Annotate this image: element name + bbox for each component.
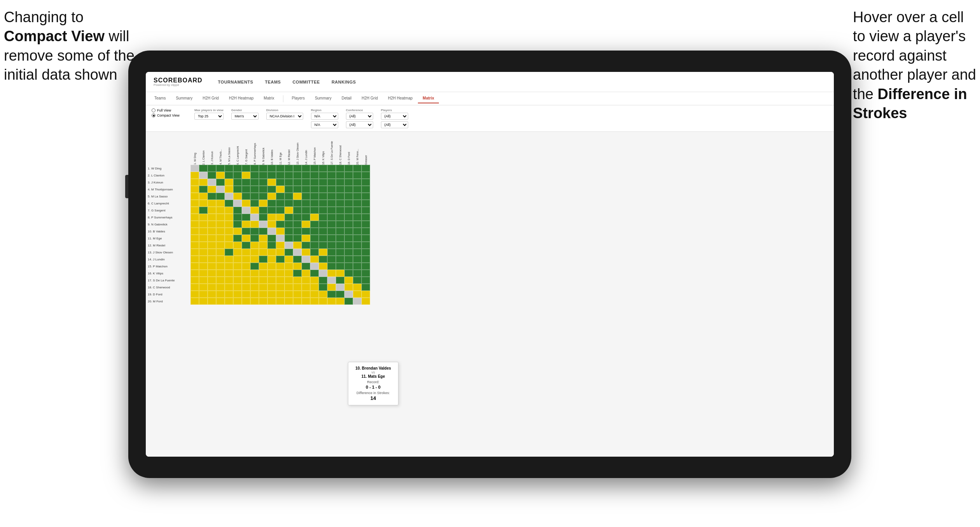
cell-4-13[interactable] bbox=[293, 186, 302, 193]
cell-18-17[interactable] bbox=[327, 284, 336, 291]
cell-11-18[interactable] bbox=[336, 235, 344, 242]
cell-1-1[interactable] bbox=[190, 165, 199, 172]
cell-4-18[interactable] bbox=[336, 186, 344, 193]
cell-7-19[interactable] bbox=[344, 207, 353, 214]
cell-8-12[interactable] bbox=[285, 214, 293, 221]
cell-10-4[interactable] bbox=[216, 228, 225, 235]
cell-5-13[interactable] bbox=[293, 193, 302, 200]
cell-5-19[interactable] bbox=[344, 193, 353, 200]
cell-14-7[interactable] bbox=[242, 256, 250, 263]
cell-6-15[interactable] bbox=[310, 200, 319, 207]
cell-11-14[interactable] bbox=[302, 235, 310, 242]
cell-13-4[interactable] bbox=[216, 249, 225, 256]
cell-8-20[interactable] bbox=[353, 214, 362, 221]
cell-16-15[interactable] bbox=[310, 270, 319, 277]
tab-detail[interactable]: Detail bbox=[337, 94, 356, 103]
cell-13-20[interactable] bbox=[353, 249, 362, 256]
cell-20-21[interactable] bbox=[362, 298, 370, 305]
cell-17-14[interactable] bbox=[302, 277, 310, 284]
cell-10-7[interactable] bbox=[242, 228, 250, 235]
cell-19-20[interactable] bbox=[353, 291, 362, 298]
cell-2-4[interactable] bbox=[216, 172, 225, 179]
cell-20-5[interactable] bbox=[225, 298, 233, 305]
cell-9-5[interactable] bbox=[225, 221, 233, 228]
cell-10-15[interactable] bbox=[310, 228, 319, 235]
cell-7-20[interactable] bbox=[353, 207, 362, 214]
cell-5-20[interactable] bbox=[353, 193, 362, 200]
matrix-area[interactable]: 1. W Ding 2. L Clanton 3. J Koivun 4. M … bbox=[146, 132, 834, 457]
cell-4-6[interactable] bbox=[233, 186, 242, 193]
nav-teams[interactable]: TEAMS bbox=[265, 80, 281, 84]
cell-2-18[interactable] bbox=[336, 172, 344, 179]
cell-17-5[interactable] bbox=[225, 277, 233, 284]
cell-5-9[interactable] bbox=[259, 193, 267, 200]
cell-14-16[interactable] bbox=[319, 256, 327, 263]
cell-2-1[interactable] bbox=[190, 172, 199, 179]
cell-1-9[interactable] bbox=[259, 165, 267, 172]
cell-17-12[interactable] bbox=[285, 277, 293, 284]
cell-10-19[interactable] bbox=[344, 228, 353, 235]
cell-5-3[interactable] bbox=[208, 193, 216, 200]
cell-10-14[interactable] bbox=[302, 228, 310, 235]
cell-13-3[interactable] bbox=[208, 249, 216, 256]
cell-1-19[interactable] bbox=[344, 165, 353, 172]
cell-12-9[interactable] bbox=[259, 242, 267, 249]
cell-12-17[interactable] bbox=[327, 242, 336, 249]
nav-rankings[interactable]: RANKINGS bbox=[332, 80, 356, 84]
cell-19-8[interactable] bbox=[250, 291, 259, 298]
cell-13-21[interactable] bbox=[362, 249, 370, 256]
cell-13-1[interactable] bbox=[190, 249, 199, 256]
cell-19-18[interactable] bbox=[336, 291, 344, 298]
cell-17-1[interactable] bbox=[190, 277, 199, 284]
cell-19-10[interactable] bbox=[267, 291, 276, 298]
cell-15-20[interactable] bbox=[353, 263, 362, 270]
cell-12-11[interactable] bbox=[276, 242, 285, 249]
cell-5-5[interactable] bbox=[225, 193, 233, 200]
cell-18-16[interactable] bbox=[319, 284, 327, 291]
cell-17-16[interactable] bbox=[319, 277, 327, 284]
cell-3-3[interactable] bbox=[208, 179, 216, 186]
cell-17-19[interactable] bbox=[344, 277, 353, 284]
cell-16-8[interactable] bbox=[250, 270, 259, 277]
cell-2-10[interactable] bbox=[267, 172, 276, 179]
cell-14-15[interactable] bbox=[310, 256, 319, 263]
cell-2-6[interactable] bbox=[233, 172, 242, 179]
cell-18-10[interactable] bbox=[267, 284, 276, 291]
tab-h2h-grid-inner[interactable]: H2H Grid bbox=[357, 94, 383, 103]
cell-17-20[interactable] bbox=[353, 277, 362, 284]
cell-13-5[interactable] bbox=[225, 249, 233, 256]
cell-1-15[interactable] bbox=[310, 165, 319, 172]
cell-4-3[interactable] bbox=[208, 186, 216, 193]
cell-7-17[interactable] bbox=[327, 207, 336, 214]
cell-1-8[interactable] bbox=[250, 165, 259, 172]
cell-11-5[interactable] bbox=[225, 235, 233, 242]
cell-6-20[interactable] bbox=[353, 200, 362, 207]
cell-6-11[interactable] bbox=[276, 200, 285, 207]
cell-19-15[interactable] bbox=[310, 291, 319, 298]
cell-3-12[interactable] bbox=[285, 179, 293, 186]
cell-3-7[interactable] bbox=[242, 179, 250, 186]
cell-4-20[interactable] bbox=[353, 186, 362, 193]
cell-11-17[interactable] bbox=[327, 235, 336, 242]
cell-6-19[interactable] bbox=[344, 200, 353, 207]
cell-15-8[interactable] bbox=[250, 263, 259, 270]
cell-15-9[interactable] bbox=[259, 263, 267, 270]
cell-6-8[interactable] bbox=[250, 200, 259, 207]
cell-6-13[interactable] bbox=[293, 200, 302, 207]
cell-2-8[interactable] bbox=[250, 172, 259, 179]
cell-13-16[interactable] bbox=[319, 249, 327, 256]
cell-7-4[interactable] bbox=[216, 207, 225, 214]
tab-h2h-grid[interactable]: H2H Grid bbox=[198, 94, 224, 103]
cell-9-4[interactable] bbox=[216, 221, 225, 228]
filter-division-select[interactable]: NCAA Division I bbox=[266, 113, 303, 120]
cell-6-12[interactable] bbox=[285, 200, 293, 207]
cell-16-3[interactable] bbox=[208, 270, 216, 277]
cell-4-14[interactable] bbox=[302, 186, 310, 193]
tab-summary[interactable]: Summary bbox=[171, 94, 197, 103]
cell-17-17[interactable] bbox=[327, 277, 336, 284]
cell-8-5[interactable] bbox=[225, 214, 233, 221]
cell-3-11[interactable] bbox=[276, 179, 285, 186]
cell-5-11[interactable] bbox=[276, 193, 285, 200]
cell-3-18[interactable] bbox=[336, 179, 344, 186]
cell-2-14[interactable] bbox=[302, 172, 310, 179]
